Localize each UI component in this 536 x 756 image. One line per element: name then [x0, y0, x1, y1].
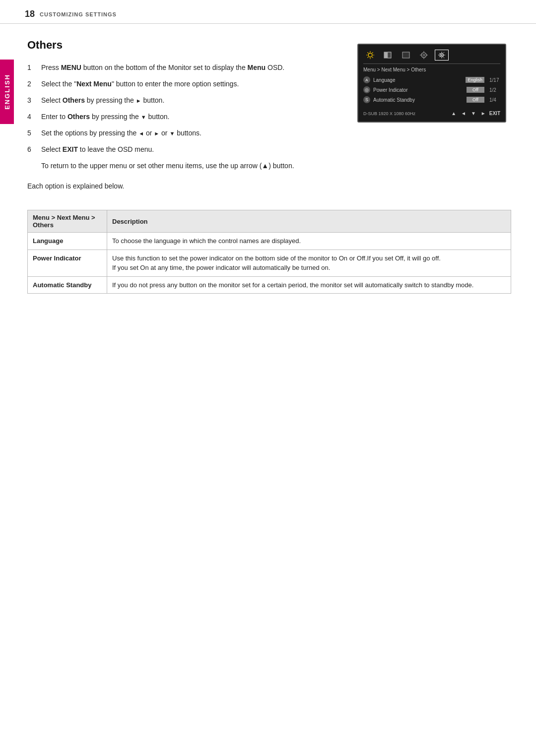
svg-rect-12	[402, 52, 409, 58]
table-header-row: Menu > Next Menu > Others Description	[28, 210, 511, 233]
osd-icon-brightness	[363, 50, 377, 61]
svg-line-6	[372, 57, 373, 58]
table-cell-standby-desc: If you do not press any button on the mo…	[107, 276, 511, 294]
osd-item-standby-fraction: 1/4	[489, 97, 500, 103]
step-6-sub: To return to the upper menu or set other…	[41, 161, 342, 171]
table-section: Menu > Next Menu > Others Description La…	[0, 210, 536, 314]
step-4-number: 4	[27, 112, 36, 122]
step-1-text: Press MENU button on the bottom of the M…	[41, 63, 342, 73]
osd-item-power-value: Off	[467, 87, 484, 93]
step-1-number: 1	[27, 63, 36, 73]
osd-item-power-icon: ◎	[363, 86, 370, 93]
section-title: Others	[27, 39, 342, 52]
step-5: 5 Set the options by pressing the or or …	[27, 128, 342, 138]
table-row: Power Indicator Use this function to set…	[28, 250, 511, 276]
osd-item-language: A Language English 1/17	[363, 76, 500, 83]
step-3-text: Select Others by pressing the button.	[41, 95, 342, 106]
step-4-text: Enter to Others by pressing the button.	[41, 112, 342, 122]
osd-item-power-label: Power Indicator	[373, 87, 464, 93]
osd-breadcrumb: Menu > Next Menu > Others	[363, 67, 500, 72]
main-content: Others 1 Press MENU button on the bottom…	[0, 24, 536, 210]
table-row: Language To choose the language in which…	[28, 233, 511, 250]
svg-rect-10	[388, 52, 391, 58]
svg-point-13	[421, 53, 426, 58]
step-5-number: 5	[27, 128, 36, 138]
step-6-text: Select EXIT to leave the OSD menu.	[41, 144, 342, 155]
osd-item-standby-value: Off	[467, 97, 484, 103]
each-option-label: Each option is explained below.	[27, 182, 342, 190]
steps-list: 1 Press MENU button on the bottom of the…	[27, 63, 342, 155]
step-4: 4 Enter to Others by pressing the button…	[27, 112, 342, 122]
osd-item-power: ◎ Power Indicator Off 1/2	[363, 86, 500, 93]
osd-item-language-value: English	[466, 77, 484, 83]
svg-point-14	[423, 54, 425, 56]
osd-item-standby-icon: S	[363, 96, 370, 103]
osd-icon-settings	[435, 50, 449, 61]
osd-bottom-row: D-SUB 1920 X 1080 60Hz ▲ ◄ ▼ ► EXIT	[363, 110, 500, 117]
osd-item-language-fraction: 1/17	[489, 77, 500, 83]
table-col1-header: Menu > Next Menu > Others	[28, 210, 107, 233]
right-column: Menu > Next Menu > Others A Language Eng…	[357, 39, 511, 190]
description-table: Menu > Next Menu > Others Description La…	[27, 210, 511, 294]
step-6-number: 6	[27, 144, 36, 155]
table-cell-power-desc: Use this function to set the power indic…	[107, 250, 511, 276]
table-cell-language-desc: To choose the language in which the cont…	[107, 233, 511, 250]
osd-item-power-fraction: 1/2	[489, 87, 500, 93]
osd-nav-left: ◄	[460, 110, 468, 117]
osd-nav-right: ►	[479, 110, 487, 117]
page-number: 18	[25, 9, 35, 19]
step-5-text: Set the options by pressing the or or bu…	[41, 128, 342, 138]
osd-icons-row	[363, 50, 500, 64]
table-cell-power-label: Power Indicator	[28, 250, 107, 276]
osd-nav-down: ▼	[469, 110, 477, 117]
osd-item-standby: S Automatic Standby Off 1/4	[363, 96, 500, 103]
osd-icon-color	[399, 50, 413, 61]
svg-rect-9	[384, 52, 388, 58]
osd-resolution: D-SUB 1920 X 1080 60Hz	[363, 111, 415, 116]
step-2: 2 Select the "Next Menu" button to enter…	[27, 79, 342, 89]
osd-exit: EXIT	[489, 111, 500, 116]
step-6: 6 Select EXIT to leave the OSD menu.	[27, 144, 342, 155]
osd-nav-up: ▲	[450, 110, 458, 117]
page-header-title: CUSTOMIZING SETTINGS	[40, 11, 117, 17]
svg-point-0	[368, 53, 372, 57]
osd-item-language-label: Language	[373, 77, 463, 83]
table-cell-language-label: Language	[28, 233, 107, 250]
table-row: Automatic Standby If you do not press an…	[28, 276, 511, 294]
page-header: 18 CUSTOMIZING SETTINGS	[0, 0, 536, 24]
step-2-number: 2	[27, 79, 36, 89]
side-tab-label: ENGLISH	[3, 74, 11, 110]
step-1: 1 Press MENU button on the bottom of the…	[27, 63, 342, 73]
svg-line-8	[368, 57, 369, 58]
svg-line-7	[372, 53, 373, 54]
table-col2-header: Description	[107, 210, 511, 233]
osd-icon-contrast	[381, 50, 395, 61]
step-3: 3 Select Others by pressing the button.	[27, 95, 342, 106]
table-cell-standby-label: Automatic Standby	[28, 276, 107, 294]
osd-screen: Menu > Next Menu > Others A Language Eng…	[357, 44, 506, 123]
step-2-text: Select the "Next Menu" button to enter t…	[41, 79, 342, 89]
osd-item-standby-label: Automatic Standby	[373, 97, 464, 103]
left-column: Others 1 Press MENU button on the bottom…	[27, 39, 342, 190]
osd-item-language-icon: A	[363, 76, 370, 83]
svg-point-20	[441, 55, 443, 56]
svg-line-5	[368, 53, 369, 54]
side-language-tab: ENGLISH	[0, 60, 14, 124]
step-3-number: 3	[27, 95, 36, 106]
osd-icon-input	[417, 50, 431, 61]
